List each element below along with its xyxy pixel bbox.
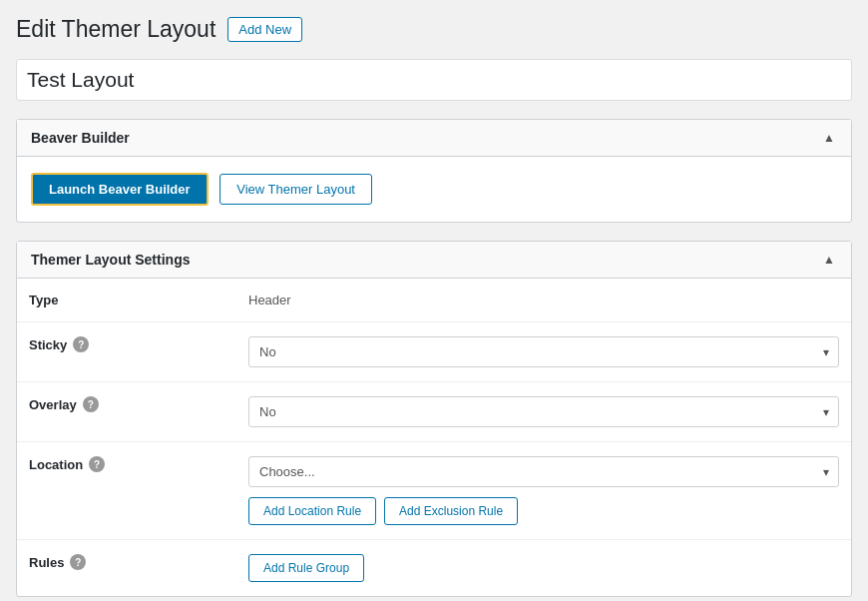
location-label-cell: Location ? — [17, 442, 236, 540]
location-value-cell: Choose... ▾ Add Location Rule Add Exclus… — [236, 442, 851, 540]
sticky-select-wrapper: No Yes ▾ — [248, 336, 839, 367]
sticky-help-icon[interactable]: ? — [73, 336, 89, 352]
rules-help-icon[interactable]: ? — [70, 554, 86, 570]
add-rule-group-button[interactable]: Add Rule Group — [248, 554, 364, 582]
overlay-help-icon[interactable]: ? — [83, 396, 99, 412]
add-location-rule-button[interactable]: Add Location Rule — [248, 497, 376, 525]
themer-settings-panel-body: Type Header Sticky ? — [17, 279, 851, 596]
sticky-row: Sticky ? No Yes ▾ — [17, 322, 851, 382]
overlay-label-group: Overlay ? — [29, 396, 224, 412]
type-row: Type Header — [17, 279, 851, 322]
view-themer-layout-button[interactable]: View Themer Layout — [219, 174, 372, 205]
type-label: Type — [29, 293, 58, 307]
location-label: Location — [29, 457, 83, 472]
overlay-label: Overlay — [29, 397, 77, 412]
themer-settings-collapse-icon[interactable]: ▲ — [821, 252, 837, 268]
rules-label: Rules — [29, 555, 64, 570]
add-exclusion-rule-button[interactable]: Add Exclusion Rule — [384, 497, 518, 525]
beaver-builder-panel-header: Beaver Builder ▲ — [17, 120, 851, 157]
sticky-select[interactable]: No Yes — [248, 336, 839, 367]
page-title-area: Edit Themer Layout Add New — [16, 16, 852, 43]
type-label-cell: Type — [17, 279, 236, 322]
beaver-builder-collapse-icon[interactable]: ▲ — [821, 130, 837, 146]
overlay-value-cell: No Yes ▾ — [236, 382, 851, 442]
sticky-label-cell: Sticky ? — [17, 322, 236, 382]
rules-value-cell: Add Rule Group — [236, 540, 851, 597]
themer-settings-panel-header: Themer Layout Settings ▲ — [17, 242, 851, 279]
location-row: Location ? Choose... ▾ Add Location Ru — [17, 442, 851, 540]
overlay-label-cell: Overlay ? — [17, 382, 236, 442]
sticky-label: Sticky — [29, 337, 67, 352]
location-label-group: Location ? — [29, 456, 224, 472]
beaver-builder-panel-body: Launch Beaver Builder View Themer Layout — [17, 157, 851, 222]
type-value: Header — [248, 290, 291, 307]
settings-table: Type Header Sticky ? — [17, 279, 851, 596]
themer-settings-panel-title: Themer Layout Settings — [31, 252, 190, 268]
overlay-select-wrapper: No Yes ▾ — [248, 396, 839, 427]
location-choose-select[interactable]: Choose... — [248, 456, 839, 487]
rules-label-cell: Rules ? — [17, 540, 236, 597]
beaver-builder-panel: Beaver Builder ▲ Launch Beaver Builder V… — [16, 119, 852, 223]
layout-name-input[interactable] — [16, 59, 852, 101]
location-help-icon[interactable]: ? — [89, 456, 105, 472]
rules-label-group: Rules ? — [29, 554, 224, 570]
beaver-builder-panel-title: Beaver Builder — [31, 130, 130, 146]
rules-row: Rules ? Add Rule Group — [17, 540, 851, 597]
overlay-select[interactable]: No Yes — [248, 396, 839, 427]
themer-settings-panel: Themer Layout Settings ▲ Type Header — [16, 241, 852, 597]
type-value-cell: Header — [236, 279, 851, 322]
overlay-row: Overlay ? No Yes ▾ — [17, 382, 851, 442]
add-new-button[interactable]: Add New — [227, 17, 302, 42]
location-rule-buttons: Add Location Rule Add Exclusion Rule — [248, 497, 839, 525]
launch-beaver-builder-button[interactable]: Launch Beaver Builder — [31, 173, 209, 206]
sticky-label-group: Sticky ? — [29, 336, 224, 352]
page-title: Edit Themer Layout — [16, 16, 216, 43]
sticky-value-cell: No Yes ▾ — [236, 322, 851, 382]
location-choose-wrapper: Choose... ▾ — [248, 456, 839, 487]
